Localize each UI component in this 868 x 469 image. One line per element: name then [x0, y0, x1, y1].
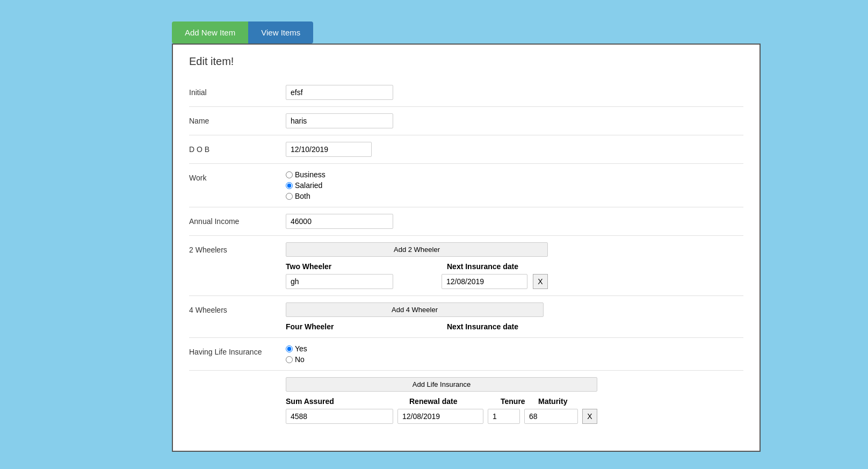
four-wheelers-section: Add 4 Wheeler Four Wheeler Next Insuranc…	[286, 302, 544, 331]
life-insurance-remove-button[interactable]: X	[582, 409, 597, 424]
view-items-tab[interactable]: View Items	[248, 21, 313, 44]
work-business-option[interactable]: Business	[286, 170, 326, 179]
initial-row: Initial	[189, 78, 743, 107]
li-sum-col-header: Sum Assured	[286, 397, 393, 406]
life-insurance-no-label: No	[295, 355, 305, 364]
life-insurance-headers: Sum Assured Renewal date Tenure Maturity	[286, 397, 597, 406]
two-wheelers-section: Add 2 Wheeler Two Wheeler Next Insurance…	[286, 242, 548, 289]
two-wheeler-col-header: Two Wheeler	[286, 262, 393, 271]
li-renewal-input[interactable]	[397, 409, 483, 424]
li-tenure-col-header: Tenure	[501, 397, 533, 406]
life-insurance-yes-option[interactable]: Yes	[286, 344, 307, 353]
name-row: Name	[189, 107, 743, 135]
li-sum-input[interactable]	[286, 409, 393, 424]
work-business-radio[interactable]	[286, 171, 293, 178]
dob-row: D O B	[189, 135, 743, 164]
life-insurance-row: Having Life Insurance Yes No	[189, 338, 743, 371]
life-insurance-radio-group: Yes No	[286, 344, 307, 364]
work-row: Work Business Salaried Both	[189, 164, 743, 207]
life-insurance-details-row: Add Life Insurance Sum Assured Renewal d…	[189, 371, 743, 430]
initial-label: Initial	[189, 85, 286, 97]
four-wheelers-row: 4 Wheelers Add 4 Wheeler Four Wheeler Ne…	[189, 296, 743, 338]
work-both-option[interactable]: Both	[286, 192, 326, 200]
life-insurance-yes-label: Yes	[295, 344, 307, 353]
work-both-label: Both	[295, 192, 310, 200]
two-wheelers-label: 2 Wheelers	[189, 242, 286, 254]
li-maturity-input[interactable]	[524, 409, 578, 424]
life-insurance-no-radio[interactable]	[286, 356, 293, 363]
annual-income-input[interactable]	[286, 214, 393, 229]
work-business-label: Business	[295, 170, 326, 179]
li-renewal-col-header: Renewal date	[409, 397, 495, 406]
add-4wheeler-button[interactable]: Add 4 Wheeler	[286, 302, 544, 317]
initial-input[interactable]	[286, 85, 393, 100]
two-wheeler-inputs: X	[286, 274, 548, 289]
four-wheeler-headers: Four Wheeler Next Insurance date	[286, 322, 544, 331]
life-insurance-label: Having Life Insurance	[189, 344, 286, 356]
work-salaried-option[interactable]: Salaried	[286, 181, 326, 190]
life-insurance-yes-radio[interactable]	[286, 345, 293, 352]
two-wheeler-name-input[interactable]	[286, 274, 393, 289]
work-salaried-radio[interactable]	[286, 182, 293, 189]
annual-income-label: Annual Income	[189, 214, 286, 226]
add-life-insurance-button[interactable]: Add Life Insurance	[286, 377, 597, 392]
name-label: Name	[189, 113, 286, 125]
dob-label: D O B	[189, 142, 286, 154]
four-wheelers-label: 4 Wheelers	[189, 302, 286, 314]
li-tenure-input[interactable]	[488, 409, 520, 424]
two-wheeler-remove-button[interactable]: X	[533, 274, 548, 289]
li-maturity-col-header: Maturity	[538, 397, 592, 406]
two-wheeler-date-input[interactable]	[442, 274, 527, 289]
annual-income-row: Annual Income	[189, 207, 743, 236]
life-insurance-details-section: Add Life Insurance Sum Assured Renewal d…	[286, 377, 597, 424]
four-wheeler-col-header: Four Wheeler	[286, 322, 393, 331]
two-wheelers-row: 2 Wheelers Add 2 Wheeler Two Wheeler Nex…	[189, 236, 743, 296]
dob-input[interactable]	[286, 142, 372, 157]
form-title: Edit item!	[189, 55, 743, 68]
four-wheeler-insurance-col-header: Next Insurance date	[447, 322, 544, 331]
work-both-radio[interactable]	[286, 193, 293, 200]
name-input[interactable]	[286, 113, 393, 128]
add-2wheeler-button[interactable]: Add 2 Wheeler	[286, 242, 548, 257]
edit-form-container: Edit item! Initial Name D O B Work Busin…	[172, 44, 761, 452]
life-insurance-details-placeholder	[189, 377, 286, 380]
work-radio-group: Business Salaried Both	[286, 170, 326, 200]
work-salaried-label: Salaried	[295, 181, 322, 190]
two-wheeler-headers: Two Wheeler Next Insurance date	[286, 262, 548, 271]
life-insurance-inputs: X	[286, 409, 597, 424]
life-insurance-no-option[interactable]: No	[286, 355, 307, 364]
add-new-item-tab[interactable]: Add New Item	[172, 21, 248, 44]
work-label: Work	[189, 170, 286, 182]
two-wheeler-insurance-col-header: Next Insurance date	[447, 262, 544, 271]
